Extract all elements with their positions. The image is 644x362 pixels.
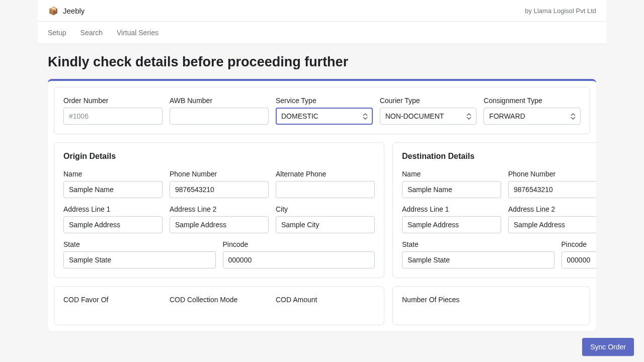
cod-mode-label: COD Collection Mode <box>170 296 269 304</box>
origin-city-label: City <box>276 205 375 213</box>
dest-addr1-input[interactable] <box>402 216 501 233</box>
awb-number-label: AWB Number <box>170 97 269 105</box>
origin-pincode-label: Pincode <box>223 240 375 248</box>
origin-altphone-input[interactable] <box>276 181 375 198</box>
origin-state-input[interactable] <box>63 251 216 268</box>
origin-city-input[interactable] <box>276 216 375 233</box>
tab-bar: Setup Search Virtual Series <box>38 22 606 44</box>
header-byline: by Llama Logisol Pvt Ltd <box>525 7 596 15</box>
header: 📦 Jeebly by Llama Logisol Pvt Ltd <box>38 0 606 22</box>
dest-pincode-label: Pincode <box>561 240 597 248</box>
origin-name-input[interactable] <box>63 181 163 198</box>
main-card: Order Number AWB Number Service Type DOM… <box>48 79 596 331</box>
dest-pincode-input[interactable] <box>561 251 597 268</box>
origin-state-label: State <box>63 240 216 248</box>
app-icon: 📦 <box>48 5 59 16</box>
page-title: Kindly check details before proceeding f… <box>48 54 596 70</box>
cod-card: COD Favor Of COD Collection Mode COD Amo… <box>54 286 384 325</box>
origin-phone-label: Phone Number <box>170 170 269 178</box>
tab-search[interactable]: Search <box>80 29 103 37</box>
origin-pincode-input[interactable] <box>223 251 375 268</box>
origin-addr1-input[interactable] <box>63 216 163 233</box>
service-type-label: Service Type <box>276 97 373 105</box>
service-type-select[interactable]: DOMESTIC <box>276 108 373 125</box>
dest-name-label: Name <box>402 170 501 178</box>
order-number-label: Order Number <box>63 97 163 105</box>
consignment-type-label: Consignment Type <box>484 97 581 105</box>
origin-addr2-label: Address Line 2 <box>170 205 269 213</box>
dest-name-input[interactable] <box>402 181 501 198</box>
dest-addr2-input[interactable] <box>508 216 596 233</box>
pieces-card: Number Of Pieces <box>392 286 590 325</box>
origin-title: Origin Details <box>63 152 375 161</box>
tab-virtual-series[interactable]: Virtual Series <box>117 29 158 37</box>
courier-type-select[interactable]: NON-DOCUMENT <box>380 108 477 125</box>
app-title: Jeebly <box>63 7 85 15</box>
dest-addr2-label: Address Line 2 <box>508 205 596 213</box>
sync-order-button[interactable]: Sync Order <box>582 338 634 356</box>
tab-setup[interactable]: Setup <box>48 29 66 37</box>
cod-amount-label: COD Amount <box>276 296 375 304</box>
dest-phone-label: Phone Number <box>508 170 596 178</box>
dest-addr1-label: Address Line 1 <box>402 205 501 213</box>
origin-addr1-label: Address Line 1 <box>63 205 163 213</box>
dest-phone-input[interactable] <box>508 181 596 198</box>
origin-name-label: Name <box>63 170 163 178</box>
origin-addr2-input[interactable] <box>170 216 269 233</box>
dest-state-input[interactable] <box>402 251 554 268</box>
destination-details-card: Destination Details Name Phone Number Al… <box>392 142 596 278</box>
dest-state-label: State <box>402 240 554 248</box>
origin-altphone-label: Alternate Phone <box>276 170 375 178</box>
origin-details-card: Origin Details Name Phone Number Alterna… <box>54 142 384 278</box>
order-info-card: Order Number AWB Number Service Type DOM… <box>54 87 590 134</box>
pieces-label: Number Of Pieces <box>402 296 581 304</box>
order-number-input[interactable] <box>63 108 163 125</box>
origin-phone-input[interactable] <box>170 181 269 198</box>
courier-type-label: Courier Type <box>380 97 477 105</box>
destination-title: Destination Details <box>402 152 596 161</box>
cod-favor-label: COD Favor Of <box>63 296 163 304</box>
awb-number-input[interactable] <box>170 108 269 125</box>
consignment-type-select[interactable]: FORWARD <box>484 108 581 125</box>
